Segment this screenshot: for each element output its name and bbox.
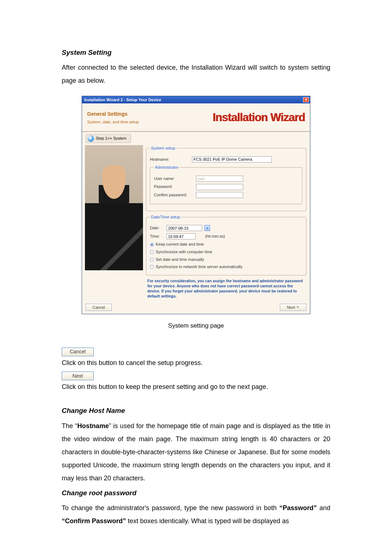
username-label: User name: xyxy=(154,176,194,182)
confirm-password-term: “Confirm Password” xyxy=(62,517,126,525)
step-tab[interactable]: i Step 1>> System xyxy=(86,134,131,143)
dialog-next-button[interactable]: Next ↖ xyxy=(280,304,306,311)
time-hint: (hh:mm:ss) xyxy=(205,233,225,240)
password-input[interactable] xyxy=(196,184,243,190)
radio-icon xyxy=(150,265,154,269)
next-button-label: Next xyxy=(287,304,295,311)
change-hostname-body: The “Hostname” is used for the homepage … xyxy=(62,419,330,485)
date-input[interactable] xyxy=(167,225,202,231)
system-setup-fieldset: System setup Hostname: Administrator Use… xyxy=(146,145,306,211)
chevron-down-icon[interactable]: ▾ xyxy=(204,225,210,231)
administrator-fieldset: Administrator User name: Password: Confi… xyxy=(150,164,302,204)
radio-ntp-label: Synchronize to network time server autom… xyxy=(156,264,242,270)
next-button-illustration: Next xyxy=(62,372,94,380)
right-panel: System setup Hostname: Administrator Use… xyxy=(143,143,310,301)
radio-sync-computer[interactable]: Synchronize with computer time xyxy=(150,249,302,255)
cancel-description: Click on this button to cancel the setup… xyxy=(62,358,330,368)
radio-icon xyxy=(150,243,154,247)
header-area: General Settings System, date, and time … xyxy=(82,103,310,132)
dialog-screenshot: Installation Wizard 2 - Setup Your Devic… xyxy=(62,96,330,314)
password-term: “Password” xyxy=(279,504,317,512)
installation-wizard-logo: Installation Wizard xyxy=(212,108,305,127)
datetime-legend: Date/Time setup xyxy=(150,214,181,221)
cancel-button-illustration: Cancel xyxy=(62,348,94,356)
radio-keep-label: Keep current date and time xyxy=(156,241,204,248)
change-root-password-body: To change the administrator's password, … xyxy=(62,501,330,528)
radio-manual[interactable]: Set date and time manually xyxy=(150,257,302,263)
date-label: Date: xyxy=(150,225,164,231)
system-setting-body: After connected to the selected device, … xyxy=(62,61,330,87)
change-hostname-heading: Change Host Name xyxy=(62,405,330,416)
radio-manual-label: Set date and time manually xyxy=(156,257,204,263)
radio-icon xyxy=(150,258,154,262)
step-tab-label: Step 1>> System xyxy=(96,135,126,142)
administrator-legend: Administrator xyxy=(154,164,180,171)
radio-sync-computer-label: Synchronize with computer time xyxy=(156,249,212,255)
change-root-password-heading: Change root password xyxy=(62,488,330,498)
close-icon[interactable]: ✕ xyxy=(303,97,309,102)
password-label: Password: xyxy=(154,184,194,190)
confirm-password-input[interactable] xyxy=(196,192,243,198)
radio-keep-current[interactable]: Keep current date and time xyxy=(150,241,302,248)
window-title: Installation Wizard 2 - Setup Your Devic… xyxy=(84,97,161,103)
time-label: Time: xyxy=(150,233,164,240)
time-input[interactable] xyxy=(167,233,196,239)
hostname-term: Hostname xyxy=(77,422,109,430)
confirm-password-label: Confirm password: xyxy=(154,192,194,198)
info-icon: i xyxy=(87,135,94,142)
figure-caption: System setting page xyxy=(62,321,330,331)
hostname-label: Hostname: xyxy=(150,156,190,163)
username-input[interactable] xyxy=(196,176,243,182)
portrait-image xyxy=(85,145,143,270)
next-description: Click on this button to keep the present… xyxy=(62,382,330,392)
cursor-icon: ↖ xyxy=(297,304,299,310)
install-wizard-dialog: Installation Wizard 2 - Setup Your Devic… xyxy=(82,96,310,314)
system-setup-legend: System setup xyxy=(150,145,176,152)
datetime-fieldset: Date/Time setup Date: ▾ Time: (hh:mm:ss)… xyxy=(146,214,306,275)
radio-ntp[interactable]: Synchronize to network time server autom… xyxy=(150,264,302,270)
titlebar: Installation Wizard 2 - Setup Your Devic… xyxy=(82,96,310,103)
dialog-footer: Cancel Next ↖ xyxy=(82,301,310,314)
hostname-input[interactable] xyxy=(192,156,272,163)
security-note: For security consideration, you can assi… xyxy=(146,278,306,299)
general-settings-subtitle: System, date, and time setup xyxy=(87,119,139,126)
system-setting-heading: System Setting xyxy=(62,47,330,58)
radio-icon xyxy=(150,250,154,254)
general-settings-title: General Settings xyxy=(87,110,139,118)
dialog-cancel-button[interactable]: Cancel xyxy=(86,304,112,311)
